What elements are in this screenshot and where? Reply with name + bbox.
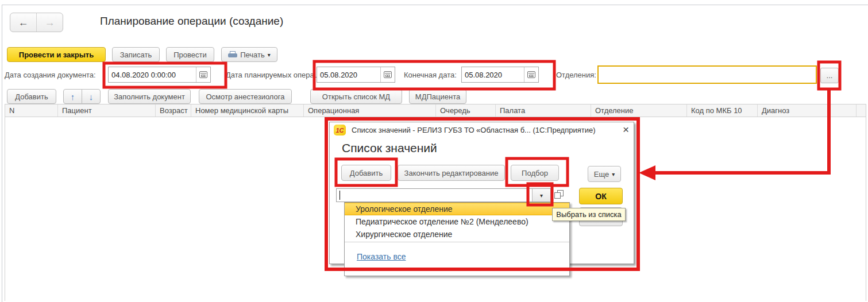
save-label: Записать bbox=[120, 51, 152, 59]
ok-button[interactable]: ОК bbox=[579, 188, 623, 204]
calendar-button[interactable] bbox=[524, 67, 538, 82]
column-header[interactable]: N bbox=[5, 104, 58, 117]
print-label: Печать bbox=[240, 51, 265, 59]
back-icon: ← bbox=[18, 17, 29, 29]
post-button[interactable]: Провести bbox=[166, 47, 214, 62]
column-header[interactable]: Очередь bbox=[436, 104, 496, 117]
save-button[interactable]: Записать bbox=[112, 47, 160, 62]
dropdown-item[interactable]: Хирургическое отделение bbox=[345, 228, 569, 241]
anesthesiologist-exam-button[interactable]: Осмотр анестезиолога bbox=[199, 89, 292, 104]
dropdown-separator bbox=[345, 242, 569, 242]
forward-button[interactable]: → bbox=[37, 13, 63, 32]
calendar-icon bbox=[199, 71, 207, 78]
close-icon[interactable]: × bbox=[623, 123, 629, 136]
departments-input[interactable] bbox=[597, 65, 817, 84]
creation-date-label: Дата создания документа: bbox=[5, 71, 96, 79]
choose-from-list-icon[interactable] bbox=[554, 190, 565, 199]
planned-date-label: Дата планируемых операций: bbox=[226, 71, 329, 79]
fill-document-button[interactable]: Заполнить документ bbox=[108, 89, 191, 104]
add-row-button[interactable]: Добавить bbox=[7, 89, 56, 104]
open-md-list-label: Открыть список МД bbox=[322, 92, 390, 101]
screen: ← → Планирование операции (создание) Про… bbox=[0, 0, 868, 302]
dialog-finish-editing-label: Закончить редактирование bbox=[404, 169, 499, 177]
back-button[interactable]: ← bbox=[10, 13, 37, 32]
ellipsis-icon: ... bbox=[827, 71, 833, 80]
forward-icon: → bbox=[45, 17, 55, 29]
anesthesiologist-exam-label: Осмотр анестезиолога bbox=[206, 92, 285, 101]
printer-icon bbox=[228, 51, 237, 59]
post-and-close-button[interactable]: Провести и закрыть bbox=[7, 47, 106, 62]
creation-date-value: 04.08.2020 0:00:00 bbox=[109, 71, 196, 79]
calendar-button[interactable] bbox=[380, 67, 395, 82]
dialog-more-button[interactable]: Еще ▾ bbox=[588, 166, 621, 182]
tooltip-text: Выбрать из списка bbox=[556, 210, 621, 219]
calendar-icon bbox=[527, 71, 535, 78]
show-all-link[interactable]: Показать все bbox=[357, 252, 406, 261]
post-and-close-label: Провести и закрыть bbox=[19, 51, 94, 59]
column-header[interactable]: Код по МКБ 10 bbox=[687, 104, 758, 117]
planned-date-value: 05.08.2020 bbox=[317, 71, 380, 79]
text-cursor bbox=[340, 191, 340, 200]
column-header[interactable]: Палата bbox=[496, 104, 591, 117]
dialog-pick-button[interactable]: Подбор bbox=[511, 165, 559, 181]
column-header[interactable]: Номер медицинской карты bbox=[191, 104, 304, 117]
dropdown-item-selected[interactable]: Урологическое отделение bbox=[345, 203, 569, 215]
tooltip: Выбрать из списка bbox=[552, 208, 626, 221]
table-header-row: N Пациент Возраст Номер медицинской карт… bbox=[5, 104, 866, 117]
departments-dropdown: Урологическое отделение Педиатрическое о… bbox=[344, 202, 570, 276]
move-down-button[interactable]: ↓ bbox=[82, 89, 101, 104]
arrow-down-icon: ↓ bbox=[89, 92, 94, 102]
creation-date-input[interactable]: 04.08.2020 0:00:00 bbox=[108, 67, 211, 83]
departments-select-button[interactable]: ... bbox=[820, 68, 839, 83]
chevron-down-icon: ▾ bbox=[612, 171, 615, 177]
column-header[interactable]: Диагноз bbox=[758, 104, 857, 117]
end-date-value: 05.08.2020 bbox=[462, 71, 524, 79]
ok-label: ОК bbox=[595, 192, 606, 201]
calendar-button[interactable] bbox=[196, 67, 210, 82]
value-input[interactable]: ▾ bbox=[336, 188, 551, 202]
column-header[interactable]: Операционная bbox=[304, 104, 436, 117]
dropdown-button[interactable]: ▾ bbox=[532, 189, 550, 202]
dropdown-item[interactable]: Педиатрическое отделение №2 (Менделеево) bbox=[345, 215, 569, 228]
departments-label: Отделения: bbox=[556, 71, 596, 79]
column-header[interactable]: Отделение bbox=[591, 104, 687, 117]
dialog-add-button[interactable]: Добавить bbox=[341, 165, 391, 181]
chevron-down-icon: ▾ bbox=[540, 192, 543, 199]
end-date-label: Конечная дата: bbox=[404, 71, 457, 79]
1c-logo-icon: 1С bbox=[334, 125, 346, 135]
open-md-list-button[interactable]: Открыть список МД bbox=[310, 89, 402, 104]
add-row-label: Добавить bbox=[15, 92, 48, 101]
dialog-add-label: Добавить bbox=[350, 169, 383, 177]
dialog-title: Список значений - РЕЛИЗ ГУБЗ ТО «Областн… bbox=[352, 126, 596, 134]
move-up-button[interactable]: ↑ bbox=[63, 89, 82, 104]
column-header-filler bbox=[857, 104, 866, 117]
dialog-more-label: Еще bbox=[594, 170, 609, 179]
print-button[interactable]: Печать ▾ bbox=[221, 47, 277, 62]
planned-date-input[interactable]: 05.08.2020 bbox=[317, 67, 395, 83]
column-header[interactable]: Пациент bbox=[58, 104, 156, 117]
fill-document-label: Заполнить документ bbox=[114, 92, 185, 101]
calendar-icon bbox=[384, 71, 392, 78]
dialog-pick-label: Подбор bbox=[522, 169, 548, 177]
dialog-finish-editing-button[interactable]: Закончить редактирование bbox=[398, 165, 505, 181]
dialog-titlebar[interactable]: 1С Список значений - РЕЛИЗ ГУБЗ ТО «Обла… bbox=[330, 122, 634, 138]
nav-history-group: ← → bbox=[10, 13, 63, 32]
md-patient-button[interactable]: МДПациента bbox=[409, 89, 466, 104]
chevron-down-icon: ▾ bbox=[268, 52, 271, 58]
post-label: Провести bbox=[173, 51, 207, 59]
end-date-input[interactable]: 05.08.2020 bbox=[461, 67, 539, 83]
column-header[interactable]: Возраст bbox=[156, 104, 191, 117]
arrow-up-icon: ↑ bbox=[71, 92, 75, 102]
page-title: Планирование операции (создание) bbox=[100, 15, 283, 28]
dialog-heading: Список значений bbox=[342, 141, 437, 155]
md-patient-label: МДПациента bbox=[415, 92, 460, 101]
